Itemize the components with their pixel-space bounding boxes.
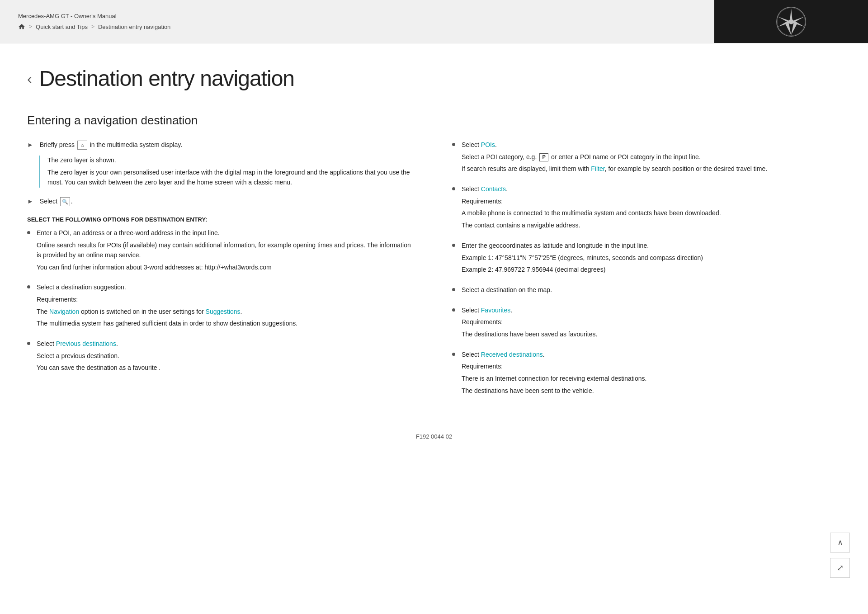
right-bullet1-main: Select POIs. (462, 140, 841, 150)
back-arrow[interactable]: ‹ (27, 71, 32, 86)
right-bullet1-sub2-post: , for example by search position or the … (605, 165, 768, 172)
right-bullet-dot-6 (452, 353, 455, 356)
step1-text-before: Briefly press (40, 141, 75, 148)
right-bullet2-post: . (506, 185, 508, 193)
right-bullet-dot-5 (452, 308, 455, 312)
step1-group: The zero layer is shown. The zero layer … (39, 156, 416, 188)
header: Mercedes-AMG GT - Owner's Manual > Quick… (0, 0, 868, 43)
breadcrumb-current: Destination entry navigation (98, 24, 170, 30)
right-bullet1-sub1-pre: Select a POI category, e.g. (462, 153, 537, 161)
right-bullet6-main: Select Received destinations. (462, 350, 841, 360)
step1-arrow: ► (27, 141, 33, 148)
right-bullet-item-1: Select POIs. Select a POI category, e.g.… (452, 140, 841, 176)
right-bullet5-post: . (510, 307, 512, 314)
scroll-buttons: ∧ ⤢ (830, 533, 850, 578)
right-bullet-5-content: Select Favourites. Requirements: The des… (462, 306, 841, 342)
step1-content: Briefly press ⌂ in the multimedia system… (40, 140, 416, 153)
two-column-layout: ► Briefly press ⌂ in the multimedia syst… (27, 140, 841, 406)
scroll-up-button[interactable]: ∧ (830, 533, 850, 553)
step1-sub1: The zero layer is shown. (47, 156, 416, 165)
suggestions-link[interactable]: Suggestions (206, 308, 241, 315)
right-bullet6-req-label: Requirements: (462, 362, 841, 372)
page-title: Destination entry navigation (39, 66, 294, 91)
step2-text: Select 🔍. (40, 197, 416, 207)
right-bullet1-sub1: Select a POI category, e.g. P or enter a… (462, 152, 841, 162)
search-icon-inline: 🔍 (60, 197, 70, 206)
breadcrumb-link-quickstart[interactable]: Quick start and Tips (36, 24, 88, 30)
right-bullet-item-2: Select Contacts. Requirements: A mobile … (452, 184, 841, 233)
bullet-dot-3 (27, 342, 30, 345)
right-bullet5-main: Select Favourites. (462, 306, 841, 316)
step1-text: Briefly press ⌂ in the multimedia system… (40, 140, 416, 150)
bullet2-req1-pre: The (37, 308, 47, 315)
bullet-item-1: Enter a POI, an address or a three-word … (27, 228, 416, 274)
bullet3-sub1: Select a previous destination. (37, 351, 416, 361)
right-bullet5-req1: The destinations have been saved as favo… (462, 330, 841, 340)
favourites-link[interactable]: Favourites (481, 307, 510, 314)
svg-marker-7 (778, 16, 789, 23)
bullet3-main-post: . (116, 340, 118, 347)
svg-point-9 (788, 19, 793, 24)
right-bullet1-post: . (495, 141, 497, 148)
right-bullet-dot-1 (452, 143, 455, 146)
step1: ► Briefly press ⌂ in the multimedia syst… (27, 140, 416, 153)
svg-marker-3 (791, 22, 797, 35)
right-bullet-4-content: Select a destination on the map. (462, 285, 841, 298)
section-heading: Entering a navigation destination (27, 113, 841, 128)
bullet3-main: Select Previous destinations. (37, 339, 416, 349)
bullet3-main-pre: Select (37, 340, 54, 347)
right-bullet4-main: Select a destination on the map. (462, 285, 841, 295)
navigation-link[interactable]: Navigation (49, 308, 79, 315)
bullet2-req1: The Navigation option is switched on in … (37, 307, 416, 317)
pois-link[interactable]: POIs (481, 141, 495, 148)
right-bullet3-main: Enter the geocoordinates as latitude and… (462, 241, 841, 251)
bullet2-req-label: Requirements: (37, 295, 416, 305)
right-bullet1-sub2-pre: If search results are displayed, limit t… (462, 165, 589, 172)
received-destinations-link[interactable]: Received destinations (481, 351, 543, 358)
footer-code: F192 0044 02 (416, 433, 452, 440)
right-bullet-dot-4 (452, 288, 455, 291)
home-icon[interactable] (18, 23, 25, 30)
right-bullet-item-3: Enter the geocoordinates as latitude and… (452, 241, 841, 277)
bullet-dot-1 (27, 231, 30, 234)
right-bullet6-req1: There is an Internet connection for rece… (462, 374, 841, 384)
bullet-item-3: Select Previous destinations. Select a p… (27, 339, 416, 375)
right-bullet6-post: . (543, 351, 545, 358)
right-bullet3-sub1: Example 1: 47°58'11"N 7°57'25"E (degrees… (462, 253, 841, 263)
right-bullet-item-5: Select Favourites. Requirements: The des… (452, 306, 841, 342)
right-column: Select POIs. Select a POI category, e.g.… (452, 140, 841, 406)
right-bullet-1-content: Select POIs. Select a POI category, e.g.… (462, 140, 841, 176)
right-bullet-2-content: Select Contacts. Requirements: A mobile … (462, 184, 841, 233)
header-content: Mercedes-AMG GT - Owner's Manual > Quick… (0, 0, 714, 43)
bullet1-main: Enter a POI, an address or a three-word … (37, 228, 416, 238)
right-bullet-item-4: Select a destination on the map. (452, 285, 841, 298)
right-bullet-item-6: Select Received destinations. Requiremen… (452, 350, 841, 398)
mercedes-logo (775, 6, 807, 38)
svg-marker-4 (785, 22, 791, 35)
left-column: ► Briefly press ⌂ in the multimedia syst… (27, 140, 416, 406)
right-bullet-dot-2 (452, 187, 455, 190)
right-bullet-6-content: Select Received destinations. Requiremen… (462, 350, 841, 398)
expand-button[interactable]: ⤢ (830, 558, 850, 578)
svg-marker-8 (793, 16, 804, 23)
contacts-link[interactable]: Contacts (481, 185, 506, 193)
bullet-1-content: Enter a POI, an address or a three-word … (37, 228, 416, 274)
right-bullet3-sub2: Example 2: 47.969722 7.956944 (decimal d… (462, 265, 841, 275)
step2-content: Select 🔍. (40, 197, 416, 209)
prev-destinations-link[interactable]: Previous destinations (56, 340, 116, 347)
step1-sub2: The zero layer is your own personalised … (47, 168, 416, 187)
bold-options-label: SELECT THE FOLLOWING OPTIONS FOR DESTINA… (27, 216, 416, 223)
right-bullet2-req-label: Requirements: (462, 197, 841, 207)
right-bullet1-sub1-post: or enter a POI name or POI category in t… (551, 153, 701, 161)
breadcrumb-sep2: > (91, 24, 94, 30)
home-icon-inline: ⌂ (77, 141, 87, 150)
filter-link[interactable]: Filter (591, 165, 604, 172)
right-bullet-3-content: Enter the geocoordinates as latitude and… (462, 241, 841, 277)
right-bullet6-req2: The destinations have been sent to the v… (462, 386, 841, 396)
right-bullet5-pre: Select (462, 307, 479, 314)
breadcrumb-sep1: > (29, 24, 32, 30)
bullet-2-content: Select a destination suggestion. Require… (37, 283, 416, 331)
right-bullet2-req2: The contact contains a navigable address… (462, 221, 841, 231)
bullet2-req2: The multimedia system has gathered suffi… (37, 319, 416, 329)
bullet-item-2: Select a destination suggestion. Require… (27, 283, 416, 331)
